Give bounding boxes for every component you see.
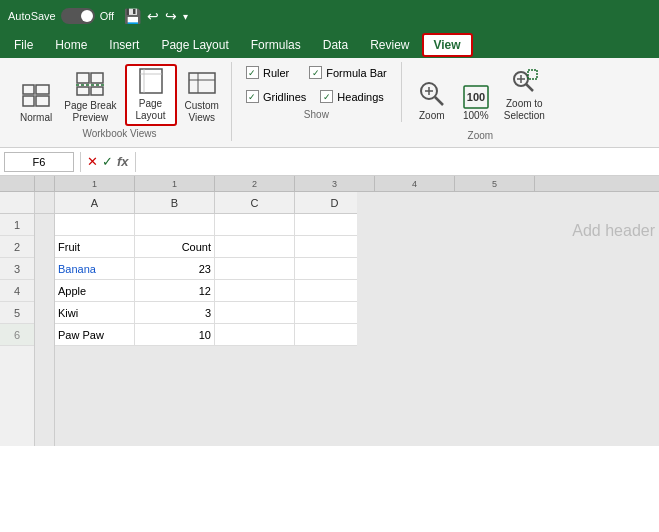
formula-input[interactable] [142, 156, 655, 168]
ribbon: Normal Page BreakPreview [0, 58, 659, 148]
cell-D4[interactable] [295, 280, 357, 302]
cell-A6[interactable]: Paw Paw [55, 324, 135, 346]
show-group-label: Show [246, 109, 387, 122]
zoom-group-label: Zoom [412, 130, 549, 143]
gridlines-checkbox[interactable]: ✓ Gridlines [246, 90, 306, 103]
page-break-icon [76, 72, 104, 100]
cancel-formula-icon[interactable]: ✕ [87, 154, 98, 169]
ruler-mark-3: 2 [215, 176, 295, 191]
cell-C3[interactable] [215, 258, 295, 280]
zoom-selection-label: Zoom toSelection [504, 98, 545, 122]
normal-view-label: Normal [20, 112, 52, 124]
menu-review[interactable]: Review [360, 35, 419, 55]
cell-A5[interactable]: Kiwi [55, 302, 135, 324]
formula-icons: ✕ ✓ fx [87, 154, 129, 169]
zoom-icon [418, 80, 446, 110]
formula-divider [80, 152, 81, 172]
save-icon[interactable]: 💾 [124, 8, 141, 24]
menu-view[interactable]: View [422, 33, 473, 57]
confirm-formula-icon[interactable]: ✓ [102, 154, 113, 169]
row-num-4: 4 [0, 280, 34, 302]
ruler-mark-4: 3 [295, 176, 375, 191]
formula-bar-checkbox[interactable]: ✓ Formula Bar [309, 66, 387, 79]
autosave-section: AutoSave Off [8, 8, 114, 24]
menu-file[interactable]: File [4, 35, 43, 55]
pawpaw-count: 10 [199, 329, 211, 341]
svg-rect-8 [91, 87, 103, 95]
menu-page-layout[interactable]: Page Layout [151, 35, 238, 55]
col-header-D[interactable]: D [295, 192, 357, 213]
svg-rect-4 [77, 73, 89, 83]
horizontal-ruler: 1 1 2 3 4 5 [55, 176, 659, 191]
cell-B6[interactable]: 10 [135, 324, 215, 346]
page-layout-button[interactable]: PageLayout [125, 64, 177, 126]
cell-C1[interactable] [215, 214, 295, 236]
page-break-button[interactable]: Page BreakPreview [60, 70, 120, 126]
zoom-selection-button[interactable]: Zoom toSelection [500, 66, 549, 124]
ruler-mark-2: 1 [135, 176, 215, 191]
main-grid-area: A B C D E F Fruit Count [55, 192, 357, 446]
page-layout-label: PageLayout [135, 98, 165, 122]
cell-B5[interactable]: 3 [135, 302, 215, 324]
row-num-6: 6 [0, 324, 34, 346]
svg-line-22 [526, 84, 533, 91]
row-numbers-panel: 1 2 3 4 5 6 [0, 192, 35, 446]
zoom-button[interactable]: Zoom [412, 78, 452, 124]
cell-C2[interactable] [215, 236, 295, 258]
zoom-100-button[interactable]: 100 100% [456, 82, 496, 124]
svg-rect-7 [77, 87, 89, 95]
svg-text:100: 100 [467, 91, 485, 103]
menu-formulas[interactable]: Formulas [241, 35, 311, 55]
cell-reference-input[interactable] [4, 152, 74, 172]
col-header-B[interactable]: B [135, 192, 215, 213]
show-group: ✓ Ruler ✓ Formula Bar ✓ Gridlines ✓ [246, 66, 387, 103]
cell-D6[interactable] [295, 324, 357, 346]
title-bar: AutoSave Off 💾 ↩ ↪ ▾ [0, 0, 659, 32]
row-num-2: 2 [0, 236, 34, 258]
headings-checkbox[interactable]: ✓ Headings [320, 90, 383, 103]
fruit-header: Fruit [58, 241, 80, 253]
undo-icon[interactable]: ↩ [147, 8, 159, 24]
add-header-text: Add header [572, 222, 655, 240]
kiwi-cell: Kiwi [58, 307, 78, 319]
cell-B1[interactable] [135, 214, 215, 236]
col-header-A[interactable]: A [55, 192, 135, 213]
banana-count: 23 [199, 263, 211, 275]
menu-insert[interactable]: Insert [99, 35, 149, 55]
menu-data[interactable]: Data [313, 35, 358, 55]
col-header-C[interactable]: C [215, 192, 295, 213]
custom-views-icon [188, 72, 216, 100]
ruler-mark-6: 5 [455, 176, 535, 191]
cell-D1[interactable] [295, 214, 357, 236]
ruler-checkbox[interactable]: ✓ Ruler [246, 66, 289, 79]
ruler-corner [0, 176, 35, 191]
cell-A1[interactable] [55, 214, 135, 236]
insert-function-icon[interactable]: fx [117, 154, 129, 169]
cell-B3[interactable]: 23 [135, 258, 215, 280]
cell-D2[interactable] [295, 236, 357, 258]
ruler-mark-1: 1 [55, 176, 135, 191]
cell-D5[interactable] [295, 302, 357, 324]
apple-count: 12 [199, 285, 211, 297]
ruler-cb-box: ✓ [246, 66, 259, 79]
cell-A3[interactable]: Banana [55, 258, 135, 280]
redo-icon[interactable]: ↪ [165, 8, 177, 24]
menu-home[interactable]: Home [45, 35, 97, 55]
cell-C4[interactable] [215, 280, 295, 302]
quick-access-dropdown[interactable]: ▾ [183, 11, 188, 22]
cell-C6[interactable] [215, 324, 295, 346]
autosave-toggle[interactable] [61, 8, 95, 24]
formula-bar-label: Formula Bar [326, 67, 387, 79]
cell-A2[interactable]: Fruit [55, 236, 135, 258]
page-layout-icon [136, 68, 166, 98]
cell-B4[interactable]: 12 [135, 280, 215, 302]
normal-view-button[interactable]: Normal [16, 82, 56, 126]
cell-D3[interactable] [295, 258, 357, 280]
custom-views-button[interactable]: CustomViews [181, 70, 223, 126]
svg-rect-5 [91, 73, 103, 83]
cell-A4[interactable]: Apple [55, 280, 135, 302]
toggle-knob [81, 10, 93, 22]
zoom-100-icon: 100 [462, 84, 490, 110]
cell-C5[interactable] [215, 302, 295, 324]
cell-B2[interactable]: Count [135, 236, 215, 258]
